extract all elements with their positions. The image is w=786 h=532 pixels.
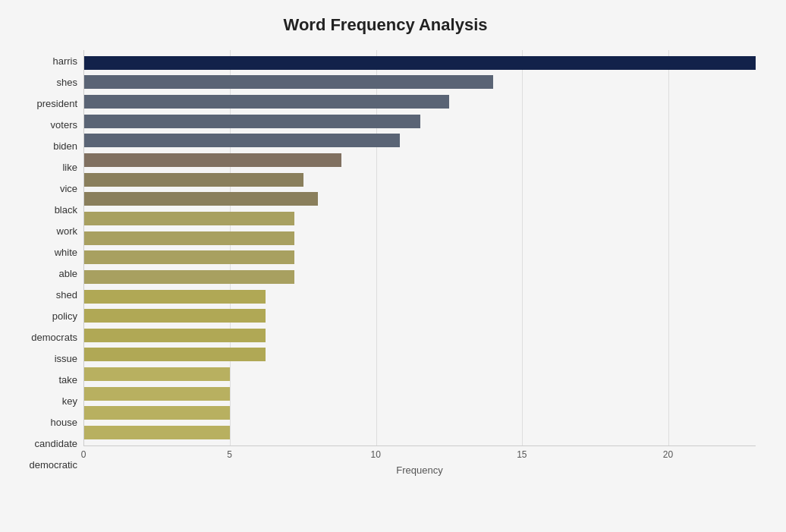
y-label: policy	[52, 307, 77, 326]
bars-area	[83, 50, 756, 446]
bar	[84, 212, 294, 225]
bar	[84, 426, 230, 439]
bar-row	[84, 405, 756, 421]
bar	[84, 56, 756, 70]
bar-row	[84, 113, 756, 130]
y-label: key	[62, 392, 77, 411]
y-label: like	[62, 158, 77, 176]
chart-title: Word Frequency Analysis	[15, 15, 756, 35]
bar	[84, 192, 318, 206]
x-tick: 10	[371, 449, 381, 460]
bar-row	[84, 172, 756, 188]
bar-row	[84, 307, 756, 324]
chart-area: harrisshespresidentvotersbidenlikevicebl…	[15, 50, 756, 476]
bar	[84, 75, 493, 89]
y-label: white	[55, 243, 77, 261]
x-tick: 15	[517, 449, 527, 460]
bar-row	[84, 327, 756, 344]
y-label: take	[58, 371, 77, 389]
y-label: voters	[51, 115, 77, 134]
bar-row	[84, 190, 756, 207]
y-label: black	[55, 200, 77, 219]
bar	[84, 348, 266, 361]
y-label: shes	[57, 73, 77, 91]
bar-row	[84, 55, 756, 71]
bar	[84, 309, 266, 323]
bar-row	[84, 366, 756, 382]
bar	[84, 270, 294, 284]
y-label: democrats	[31, 329, 77, 347]
x-tick: 5	[227, 449, 232, 460]
bar-row	[84, 132, 756, 149]
x-tick: 0	[81, 449, 86, 460]
bar-row	[84, 152, 756, 168]
y-label: candidate	[35, 435, 77, 453]
y-label: able	[58, 264, 77, 282]
y-label: president	[37, 94, 77, 112]
bars-and-xaxis: 05101520 Frequency	[83, 50, 756, 476]
bar	[84, 406, 230, 420]
chart-container: Word Frequency Analysis harrisshespresid…	[0, 0, 786, 532]
y-label: house	[51, 414, 77, 432]
bar	[84, 387, 230, 401]
bar	[84, 153, 341, 167]
bar	[84, 173, 303, 187]
bar-row	[84, 93, 756, 110]
y-label: harris	[52, 52, 77, 70]
y-label: issue	[55, 350, 77, 368]
bar-row	[84, 346, 756, 363]
x-tick: 20	[663, 449, 673, 460]
bar	[84, 290, 266, 304]
y-axis: harrisshespresidentvotersbidenlikevicebl…	[15, 50, 83, 476]
x-axis-label: Frequency	[83, 464, 756, 476]
bar	[84, 115, 420, 128]
x-axis: 05101520	[83, 446, 756, 461]
bar-row	[84, 74, 756, 90]
bar-row	[84, 249, 756, 266]
bar	[84, 329, 266, 342]
bars-list	[84, 50, 756, 445]
y-label: work	[57, 222, 77, 240]
y-label: biden	[53, 137, 77, 155]
bar	[84, 95, 449, 109]
bar	[84, 231, 294, 245]
y-label: vice	[60, 179, 77, 197]
bar	[84, 367, 230, 381]
bar-row	[84, 386, 756, 402]
y-label: democratic	[29, 456, 77, 474]
bar	[84, 250, 294, 264]
bar-row	[84, 269, 756, 285]
bar-row	[84, 424, 756, 441]
bar-row	[84, 210, 756, 227]
bar-row	[84, 288, 756, 305]
bar-row	[84, 230, 756, 247]
bar	[84, 134, 400, 147]
y-label: shed	[56, 286, 77, 304]
